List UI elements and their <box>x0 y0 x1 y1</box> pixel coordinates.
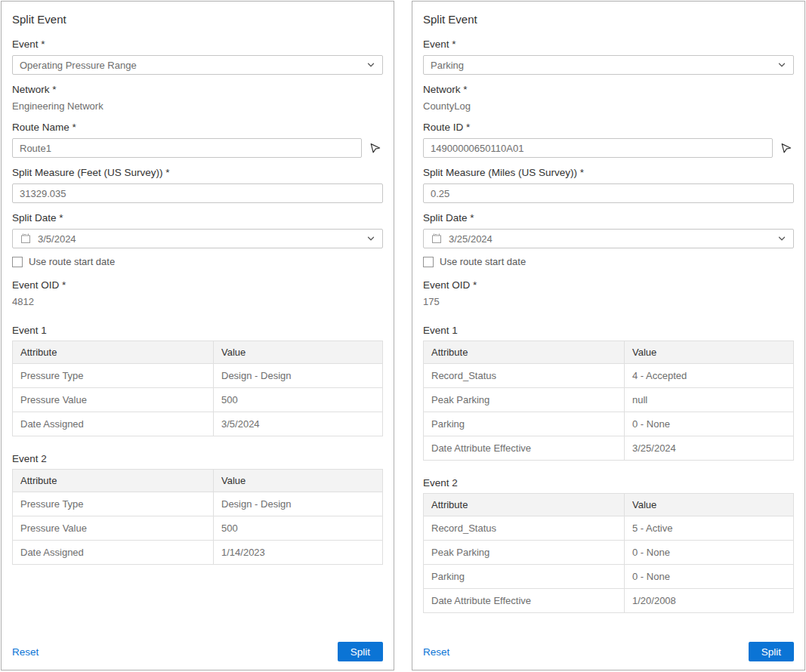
table-row: Peak Parking null <box>424 388 794 412</box>
route-row: Route1 <box>12 138 383 158</box>
network-label: Network * <box>12 84 383 96</box>
value-cell: 1/14/2023 <box>214 541 383 565</box>
value-cell: 4 - Accepted <box>625 364 794 388</box>
route-input-value: 14900000650110A01 <box>431 143 523 154</box>
attribute-column-header: Attribute <box>13 341 214 364</box>
table-row: Date Attribute Effective 3/25/2024 <box>424 436 794 461</box>
value-cell: null <box>625 388 794 412</box>
network-value: CountyLog <box>423 100 794 113</box>
value-cell: 0 - None <box>625 541 794 565</box>
attribute-cell: Date Assigned <box>13 541 214 565</box>
attribute-column-header: Attribute <box>424 341 625 364</box>
network-label: Network * <box>423 84 794 96</box>
event-select[interactable]: Operating Pressure Range <box>12 55 383 75</box>
table-row: Date Assigned 3/5/2024 <box>13 412 383 436</box>
chevron-down-icon <box>777 60 786 69</box>
split-date-picker[interactable]: 3/5/2024 <box>12 229 383 248</box>
event-oid-label: Event OID * <box>12 279 383 291</box>
widget-title: Split Event <box>423 2 794 26</box>
measure-label: Split Measure (Feet (US Survey)) * <box>12 167 383 179</box>
event2-section-title: Event 2 <box>423 477 794 489</box>
attribute-cell: Pressure Type <box>13 492 214 516</box>
value-cell: Design - Design <box>214 364 383 388</box>
value-cell: 3/5/2024 <box>214 412 383 436</box>
event-oid-value: 175 <box>423 296 794 308</box>
reset-link[interactable]: Reset <box>12 646 39 658</box>
use-route-start-date-label: Use route start date <box>29 256 115 267</box>
split-date-picker[interactable]: 3/25/2024 <box>423 229 794 248</box>
table-header-row: Attribute Value <box>424 494 794 516</box>
widget-footer: Reset Split <box>423 642 794 661</box>
value-column-header: Value <box>214 470 383 492</box>
table-row: Peak Parking 0 - None <box>424 541 794 565</box>
table-header-row: Attribute Value <box>424 341 794 364</box>
value-cell: 1/20/2008 <box>625 589 794 613</box>
split-date-value: 3/25/2024 <box>449 233 493 245</box>
table-header-row: Attribute Value <box>13 341 383 364</box>
table-row: Parking 0 - None <box>424 565 794 589</box>
event-oid-value: 4812 <box>12 296 383 308</box>
route-row: 14900000650110A01 <box>423 138 794 158</box>
attribute-cell: Date Assigned <box>13 412 214 436</box>
attribute-cell: Record_Status <box>424 516 625 541</box>
use-route-start-date-checkbox[interactable] <box>12 257 23 267</box>
attribute-cell: Pressure Type <box>13 364 214 388</box>
attribute-cell: Record_Status <box>424 364 625 388</box>
table-row: Date Assigned 1/14/2023 <box>13 541 383 565</box>
route-input-value: Route1 <box>20 143 51 154</box>
calendar-icon <box>431 233 443 245</box>
event1-attribute-table: Attribute Value Pressure Type Design - D… <box>12 341 383 436</box>
map-pointer-icon[interactable] <box>779 140 794 156</box>
table-row: Pressure Value 500 <box>13 388 383 412</box>
chevron-down-icon <box>777 234 786 243</box>
split-button[interactable]: Split <box>338 642 383 661</box>
calendar-icon <box>20 233 32 245</box>
value-cell: 0 - None <box>625 565 794 589</box>
split-date-label: Split Date * <box>423 212 794 224</box>
measure-input[interactable]: 31329.035 <box>12 183 383 203</box>
value-column-header: Value <box>625 494 794 516</box>
event-label: Event * <box>12 39 383 51</box>
attribute-column-header: Attribute <box>424 494 625 516</box>
value-cell: 500 <box>214 388 383 412</box>
event2-attribute-table: Attribute Value Record_Status 5 - Active… <box>423 493 794 613</box>
measure-input[interactable]: 0.25 <box>423 183 794 203</box>
event-oid-label: Event OID * <box>423 279 794 291</box>
route-input[interactable]: 14900000650110A01 <box>423 138 773 158</box>
use-route-start-date-row: Use route start date <box>12 256 383 267</box>
attribute-cell: Peak Parking <box>424 541 625 565</box>
event1-attribute-table: Attribute Value Record_Status 4 - Accept… <box>423 341 794 461</box>
event2-section-title: Event 2 <box>12 453 383 464</box>
use-route-start-date-checkbox[interactable] <box>423 257 434 267</box>
use-route-start-date-label: Use route start date <box>440 256 526 267</box>
attribute-cell: Pressure Value <box>13 388 214 412</box>
value-cell: 500 <box>214 516 383 541</box>
split-event-widget-right: Split Event Event * Parking Network * Co… <box>412 1 805 670</box>
event-select-value: Operating Pressure Range <box>20 60 137 71</box>
route-label: Route ID * <box>423 122 794 134</box>
split-date-label: Split Date * <box>12 212 383 224</box>
table-row: Pressure Type Design - Design <box>13 492 383 516</box>
event1-section-title: Event 1 <box>12 325 383 336</box>
map-pointer-icon[interactable] <box>368 140 383 156</box>
event-select[interactable]: Parking <box>423 55 794 75</box>
split-button[interactable]: Split <box>749 642 794 661</box>
split-date-value: 3/5/2024 <box>38 233 76 245</box>
network-value: Engineering Network <box>12 100 383 113</box>
reset-link[interactable]: Reset <box>423 646 449 658</box>
widget-footer: Reset Split <box>12 642 383 661</box>
event-label: Event * <box>423 39 794 51</box>
measure-label: Split Measure (Miles (US Survey)) * <box>423 167 794 179</box>
value-column-header: Value <box>214 341 383 364</box>
use-route-start-date-row: Use route start date <box>423 256 794 267</box>
value-cell: Design - Design <box>214 492 383 516</box>
event1-section-title: Event 1 <box>423 325 794 336</box>
table-header-row: Attribute Value <box>13 470 383 492</box>
table-row: Pressure Type Design - Design <box>13 364 383 388</box>
route-label: Route Name * <box>12 122 383 134</box>
table-row: Pressure Value 500 <box>13 516 383 541</box>
measure-input-value: 31329.035 <box>20 188 66 199</box>
value-cell: 5 - Active <box>625 516 794 541</box>
attribute-cell: Date Attribute Effective <box>424 436 625 461</box>
route-input[interactable]: Route1 <box>12 138 362 158</box>
